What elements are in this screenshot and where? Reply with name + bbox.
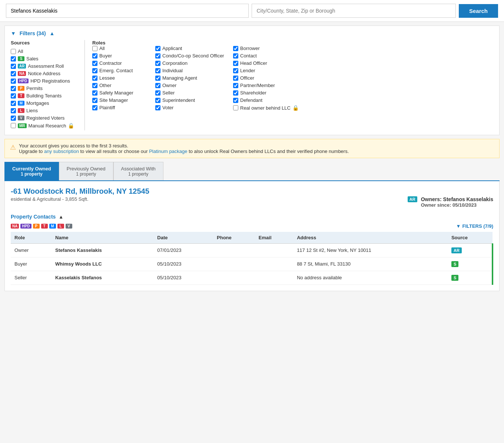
row1-address: 117 12 St #2, New York, NY 10011 <box>293 244 448 257</box>
filters-body: Sources All S Sales AR Assessment Roll N… <box>11 40 493 130</box>
role-head-checkbox[interactable] <box>233 61 238 66</box>
notice-bar: ⚠ Your account gives you access to the f… <box>4 139 500 158</box>
table-row: Buyer Whimsy Woods LLC 05/10/2023 88 7 S… <box>11 257 493 271</box>
row3-phone <box>213 271 255 285</box>
source-mortgages-checkbox[interactable] <box>11 101 16 106</box>
owner-name: Owners: Stefanos Kasselakis <box>421 196 493 202</box>
row1-name: Stefanos Kasselakis <box>52 244 153 257</box>
row2-source-badge: S <box>451 261 458 267</box>
tab-associated-with[interactable]: Associated With 1 property <box>113 162 163 180</box>
role-condo-checkbox[interactable] <box>155 53 160 59</box>
role-officer-checkbox[interactable] <box>233 76 238 81</box>
role-applicant-checkbox[interactable] <box>155 46 160 51</box>
row3-date: 05/10/2023 <box>153 271 213 285</box>
source-ar-checkbox[interactable] <box>11 64 16 69</box>
col-phone: Phone <box>213 232 255 244</box>
role-individual-checkbox[interactable] <box>155 68 160 73</box>
contacts-filter-link[interactable]: ▼ FILTERS (7/9) <box>456 223 493 229</box>
role-head-label: Head Officer <box>240 60 267 66</box>
row2-address: 88 7 St, Miami, FL 33130 <box>293 257 448 271</box>
source-bt-checkbox[interactable] <box>11 93 16 99</box>
source-all-label: All <box>18 49 23 54</box>
source-na-checkbox[interactable] <box>11 71 16 76</box>
role-corporation-label: Corporation <box>162 60 188 66</box>
role-voter-checkbox[interactable] <box>155 105 160 110</box>
notice-link2[interactable]: Platinum package <box>149 149 187 154</box>
source-hpd-badge: HPD <box>18 79 29 83</box>
contacts-table-wrapper: Role Name Date Phone Email Address Sourc… <box>11 232 493 285</box>
location-input[interactable] <box>252 4 456 18</box>
role-shareholder-label: Shareholder <box>240 90 266 96</box>
role-corporation-checkbox[interactable] <box>155 61 160 66</box>
role-superintendent-checkbox[interactable] <box>155 98 160 103</box>
row2-source: S <box>448 257 493 271</box>
contacts-title[interactable]: Property Contacts <box>11 214 56 220</box>
source-mortgages-badge: M <box>18 101 24 106</box>
notice-link1[interactable]: any subscription <box>44 149 79 154</box>
tab-previously-owned-sub: 1 property <box>67 171 106 177</box>
role-plaintiff-checkbox[interactable] <box>92 105 97 110</box>
role-site-checkbox[interactable] <box>92 98 97 103</box>
role-other-checkbox[interactable] <box>92 83 97 88</box>
source-bt-badge: T <box>18 93 24 98</box>
role-partner-label: Partner/Member <box>240 83 275 88</box>
role-defendant-checkbox[interactable] <box>233 98 238 103</box>
filters-header[interactable]: ▼ Filters (34) ▲ <box>11 30 493 36</box>
role-buyer-checkbox[interactable] <box>92 53 97 59</box>
role-partner-checkbox[interactable] <box>233 83 238 88</box>
row2-role: Buyer <box>11 257 52 271</box>
role-emerg-checkbox[interactable] <box>92 68 97 73</box>
source-badges-row: NA HPD P T M L V ▼ FILTERS (7/9) <box>11 223 493 229</box>
role-seller-checkbox[interactable] <box>155 90 160 96</box>
filter-triangle-icon: ▼ <box>11 30 16 36</box>
contacts-toggle-icon: ▲ <box>59 214 63 220</box>
source-na: NA Notice Address <box>11 71 77 76</box>
tab-previously-owned[interactable]: Previously Owned 1 property <box>59 162 113 180</box>
tab-associated-with-label: Associated With <box>121 166 156 171</box>
role-lessee-checkbox[interactable] <box>92 76 97 81</box>
contacts-header: Property Contacts ▲ <box>11 214 493 220</box>
source-rv-label: Registered Voters <box>26 115 64 121</box>
row1-role: Owner <box>11 244 52 257</box>
row3-role: Seller <box>11 271 52 285</box>
roles-section: Roles All Buyer Contractor Emerg. Contac… <box>85 40 300 130</box>
col-role: Role <box>11 232 52 244</box>
search-button[interactable]: Search <box>459 4 498 18</box>
source-all-checkbox[interactable] <box>11 49 16 54</box>
property-section: -61 Woodstock Rd, Millbrook, NY 12545 es… <box>4 181 500 291</box>
role-safety-checkbox[interactable] <box>92 90 97 96</box>
owner-since-date: 05/10/2023 <box>452 202 477 208</box>
source-mortgages: M Mortgages <box>11 100 77 106</box>
role-all-checkbox[interactable] <box>92 46 97 51</box>
notice-text3: to view all results or choose our <box>79 149 149 154</box>
role-borrower-checkbox[interactable] <box>233 46 238 51</box>
source-rv-checkbox[interactable] <box>11 116 16 121</box>
roles-col2: Roles Applicant Condo/Co-op Second Offic… <box>155 40 233 130</box>
source-ar-label: Assessment Roll <box>28 63 64 69</box>
row2-email <box>255 257 293 271</box>
role-emerg-label: Emerg. Contact <box>99 68 133 73</box>
role-managing-checkbox[interactable] <box>155 76 160 81</box>
role-lessee-label: Lessee <box>99 75 115 81</box>
source-mr: MR Manual Research 🔒 <box>11 123 77 129</box>
role-shareholder-checkbox[interactable] <box>233 90 238 96</box>
role-contractor-checkbox[interactable] <box>92 61 97 66</box>
role-contact-checkbox[interactable] <box>233 53 238 59</box>
source-all: All <box>11 49 77 54</box>
source-sales-checkbox[interactable] <box>11 56 16 61</box>
name-input[interactable] <box>6 4 249 18</box>
roles-col3: Roles Borrower Contact Head Officer Lend… <box>233 40 300 130</box>
source-permits-checkbox[interactable] <box>11 86 16 91</box>
role-lender-checkbox[interactable] <box>233 68 238 73</box>
source-mr-checkbox[interactable] <box>11 123 16 128</box>
source-rv-badge: V <box>18 116 24 120</box>
source-bt: T Building Tenants <box>11 93 77 99</box>
role-condo-label: Condo/Co-op Second Officer <box>162 53 224 59</box>
source-mortgages-label: Mortgages <box>26 100 49 106</box>
source-liens-checkbox[interactable] <box>11 108 16 113</box>
role-owner-checkbox[interactable] <box>155 83 160 88</box>
source-hpd-checkbox[interactable] <box>11 79 16 84</box>
role-real-owner-checkbox[interactable] <box>233 105 238 110</box>
tab-currently-owned[interactable]: Currently Owned 1 property <box>4 162 59 180</box>
tab-associated-with-sub: 1 property <box>121 171 156 177</box>
